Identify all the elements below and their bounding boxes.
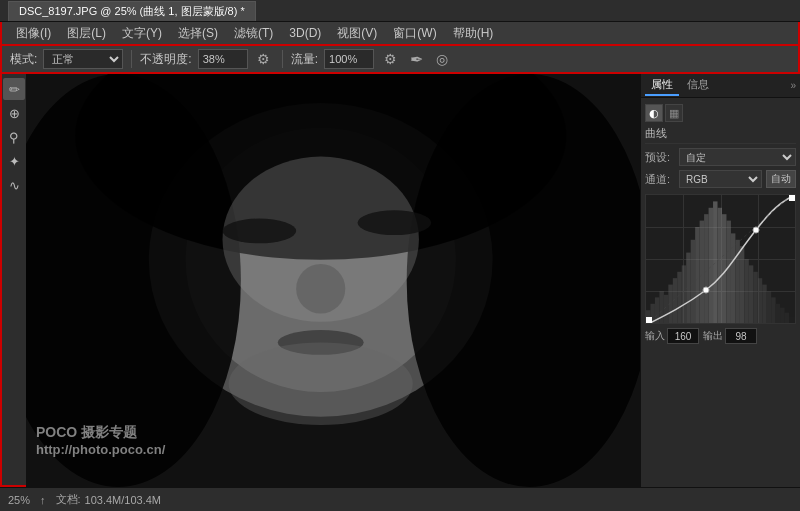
svg-point-46 <box>703 287 709 293</box>
eraser-tool-btn[interactable]: ⊕ <box>3 102 25 124</box>
svg-point-9 <box>296 264 345 314</box>
curve-svg <box>646 195 795 323</box>
titlebar: DSC_8197.JPG @ 25% (曲线 1, 图层蒙版/8) * <box>0 0 800 22</box>
mode-label: 模式: <box>10 51 37 68</box>
svg-point-7 <box>222 219 296 244</box>
document-tab[interactable]: DSC_8197.JPG @ 25% (曲线 1, 图层蒙版/8) * <box>8 1 256 21</box>
channel-label: 通道: <box>645 172 675 187</box>
svg-point-8 <box>358 210 432 235</box>
main-area: ✏ ⊕ ⚲ ✦ ∿ <box>0 74 800 487</box>
preset-row: 预设: 自定 <box>645 148 796 166</box>
input-label: 输入 <box>645 329 665 343</box>
properties-panel: ◐ ▦ 曲线 预设: 自定 通道: RGB 自动 <box>641 98 800 487</box>
svg-point-47 <box>753 227 759 233</box>
curve-handle-bl[interactable] <box>646 317 652 323</box>
auto-button[interactable]: 自动 <box>766 170 796 188</box>
menu-image[interactable]: 图像(I) <box>8 23 59 44</box>
curve-handle-tr[interactable] <box>789 195 795 201</box>
channel-row: 通道: RGB 自动 <box>645 170 796 188</box>
curves-container[interactable] <box>645 194 796 324</box>
io-row: 输入 160 输出 98 <box>645 328 796 344</box>
brush-tool-btn[interactable]: ✏ <box>3 78 25 100</box>
heal-tool-btn[interactable]: ✦ <box>3 150 25 172</box>
output-value[interactable]: 98 <box>725 328 757 344</box>
output-group: 输出 98 <box>703 328 757 344</box>
menu-window[interactable]: 窗口(W) <box>385 23 444 44</box>
separator-1 <box>131 50 132 68</box>
tab-info[interactable]: 信息 <box>681 75 715 96</box>
opacity-icon[interactable]: ⚙ <box>254 49 274 69</box>
right-panel: 属性 信息 » ◐ ▦ 曲线 预设: 自定 <box>640 74 800 487</box>
opacity-input[interactable] <box>198 49 248 69</box>
doc-label: 文档: <box>56 492 81 507</box>
canvas-area: POCO 摄影专题 http://photo.poco.cn/ <box>26 74 640 487</box>
input-group: 输入 160 <box>645 328 699 344</box>
menu-3d[interactable]: 3D(D) <box>281 24 329 42</box>
menu-filter[interactable]: 滤镜(T) <box>226 23 281 44</box>
menu-view[interactable]: 视图(V) <box>329 23 385 44</box>
share-icon[interactable]: ↑ <box>40 494 46 506</box>
menu-help[interactable]: 帮助(H) <box>445 23 502 44</box>
zoom-level: 25% <box>8 494 30 506</box>
preset-select[interactable]: 自定 <box>679 148 796 166</box>
settings-icon[interactable]: ◎ <box>432 49 452 69</box>
panel-icons-row: ◐ ▦ <box>645 102 796 124</box>
opacity-label: 不透明度: <box>140 51 191 68</box>
curves-icon[interactable]: ◐ <box>645 104 663 122</box>
panel-header: 属性 信息 » <box>641 74 800 98</box>
menu-layer[interactable]: 图层(L) <box>59 23 114 44</box>
menu-select[interactable]: 选择(S) <box>170 23 226 44</box>
output-label: 输出 <box>703 329 723 343</box>
preset-label: 预设: <box>645 150 675 165</box>
airbrush-icon[interactable]: ✒ <box>406 49 426 69</box>
panel-expand-icon[interactable]: » <box>790 80 796 91</box>
menu-text[interactable]: 文字(Y) <box>114 23 170 44</box>
mode-select[interactable]: 正常 <box>43 49 123 69</box>
photo-canvas[interactable]: POCO 摄影专题 http://photo.poco.cn/ <box>26 74 640 487</box>
svg-point-11 <box>229 342 413 425</box>
watermark: POCO 摄影专题 http://photo.poco.cn/ <box>36 424 165 457</box>
smudge-tool-btn[interactable]: ∿ <box>3 174 25 196</box>
watermark-line1: POCO 摄影专题 <box>36 424 165 442</box>
statusbar: 25% ↑ 文档: 103.4M/103.4M <box>0 487 800 511</box>
doc-info: 文档: 103.4M/103.4M <box>56 492 162 507</box>
clone-tool-btn[interactable]: ⚲ <box>3 126 25 148</box>
flow-label: 流量: <box>291 51 318 68</box>
flow-icon[interactable]: ⚙ <box>380 49 400 69</box>
panel-tabs: 属性 信息 <box>645 75 715 96</box>
separator-2 <box>282 50 283 68</box>
watermark-line2: http://photo.poco.cn/ <box>36 442 165 457</box>
menubar: 图像(I) 图层(L) 文字(Y) 选择(S) 滤镜(T) 3D(D) 视图(V… <box>0 22 800 46</box>
section-title-text: 曲线 <box>645 126 667 141</box>
flow-input[interactable] <box>324 49 374 69</box>
channel-select[interactable]: RGB <box>679 170 762 188</box>
toolbar: ✏ ⊕ ⚲ ✦ ∿ <box>0 74 26 487</box>
doc-value: 103.4M/103.4M <box>85 494 161 506</box>
levels-icon[interactable]: ▦ <box>665 104 683 122</box>
tab-properties[interactable]: 属性 <box>645 75 679 96</box>
section-title: 曲线 <box>645 124 796 144</box>
optionsbar: 模式: 正常 不透明度: ⚙ 流量: ⚙ ✒ ◎ <box>0 46 800 74</box>
input-value[interactable]: 160 <box>667 328 699 344</box>
